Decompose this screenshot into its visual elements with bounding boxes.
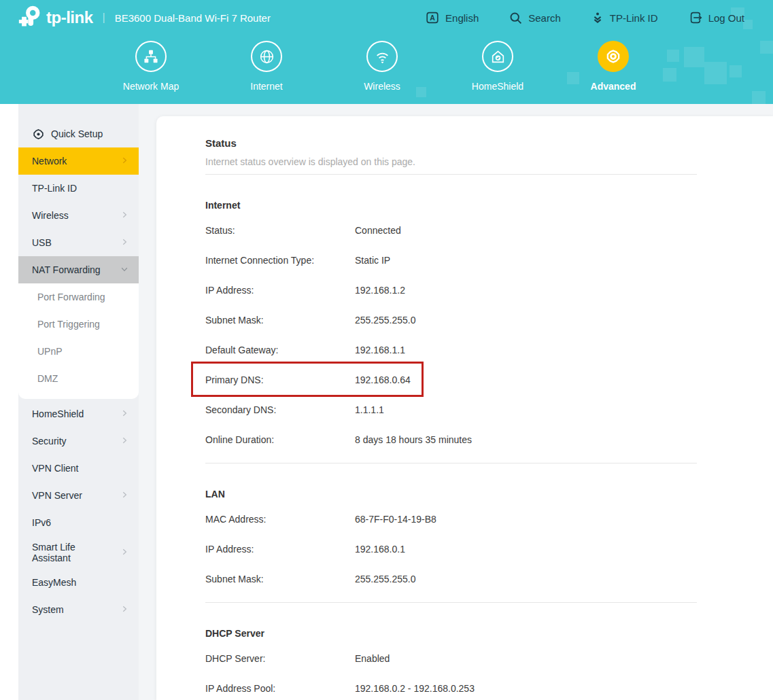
chevron-right-icon <box>120 490 129 502</box>
language-label: English <box>445 12 479 24</box>
status-row: IP Address Pool: 192.168.0.2 - 192.168.0… <box>205 673 697 700</box>
chevron-right-icon <box>120 604 129 616</box>
section-heading-dhcp-server: DHCP Server <box>205 627 697 640</box>
status-row: Subnet Mask: 255.255.255.0 <box>205 564 697 594</box>
nav-network-map[interactable]: Network Map <box>93 41 209 92</box>
status-row: DHCP Server: Enabled <box>205 644 697 673</box>
nav-label: Network Map <box>123 81 179 92</box>
sidebar-item-system[interactable]: System <box>18 596 139 623</box>
row-label: Subnet Mask: <box>205 574 355 584</box>
deco-square <box>684 47 704 67</box>
row-value: 192.168.0.2 - 192.168.0.253 <box>355 683 475 694</box>
row-label: Secondary DNS: <box>205 404 355 415</box>
status-row: IP Address: 192.168.0.1 <box>205 534 697 564</box>
sidebar-item-quick-setup[interactable]: Quick Setup <box>18 120 139 147</box>
sidebar-item-label: VPN Server <box>32 490 82 501</box>
sidebar-item-label: HomeShield <box>32 408 84 419</box>
nav-homeshield[interactable]: HomeShield <box>440 41 555 92</box>
sidebar-subitem-dmz[interactable]: DMZ <box>18 365 139 392</box>
row-value: 8 days 18 hours 35 minutes <box>355 434 472 445</box>
sidebar-item-homeshield[interactable]: HomeShield <box>18 400 139 427</box>
homeshield-icon <box>482 41 513 72</box>
row-label: Internet Connection Type: <box>205 255 355 266</box>
sidebar-item-vpn-server[interactable]: VPN Server <box>18 482 139 509</box>
brand-name: tp-link <box>46 8 93 27</box>
row-value: 1.1.1.1 <box>355 404 384 415</box>
language-icon: A <box>425 10 440 25</box>
row-label: Status: <box>205 225 355 236</box>
nat-forwarding-submenu: Port Forwarding Port Triggering UPnP DMZ <box>18 283 139 399</box>
row-value: 255.255.255.0 <box>355 315 416 326</box>
sidebar-item-security[interactable]: Security <box>18 427 139 455</box>
sidebar-item-smart-life-assistant[interactable]: Smart Life Assistant <box>18 536 139 569</box>
sidebar-subitem-upnp[interactable]: UPnP <box>18 338 139 365</box>
row-value: 255.255.255.0 <box>355 574 416 584</box>
divider <box>205 602 697 603</box>
nav-wireless[interactable]: Wireless <box>324 41 440 92</box>
sidebar-item-tplink-id[interactable]: TP-Link ID <box>18 175 139 202</box>
section-heading-internet: Internet <box>205 199 697 211</box>
nav-label: HomeShield <box>472 81 523 92</box>
sidebar-item-wireless[interactable]: Wireless <box>18 202 139 229</box>
advanced-gear-icon <box>598 41 629 72</box>
nav-label: Wireless <box>364 81 400 92</box>
sidebar-item-label: NAT Forwarding <box>32 264 101 275</box>
sidebar-item-label: Network <box>32 156 67 167</box>
sidebar-item-usb[interactable]: USB <box>18 229 139 256</box>
wireless-icon <box>366 41 398 72</box>
logo-separator: | <box>103 12 105 24</box>
status-row: Subnet Mask: 255.255.255.0 <box>205 305 697 335</box>
deco-square <box>704 62 727 84</box>
status-row: MAC Address: 68-7F-F0-14-19-B8 <box>205 504 697 534</box>
tplink-id-button[interactable]: TP-Link ID <box>591 11 658 24</box>
sidebar-item-network[interactable]: Network <box>18 147 139 175</box>
row-label: Primary DNS: <box>205 374 355 385</box>
sidebar-item-vpn-client[interactable]: VPN Client <box>18 455 139 482</box>
status-row: Status: Connected <box>205 215 697 245</box>
logout-label: Log Out <box>708 12 744 24</box>
row-label: IP Address: <box>205 544 355 555</box>
sidebar: Quick Setup Network TP-Link ID Wireless … <box>18 104 139 700</box>
row-value: Enabled <box>355 653 390 664</box>
row-value: 192.168.0.1 <box>355 544 405 555</box>
nav-internet[interactable]: Internet <box>209 41 324 92</box>
status-row: Online Duration: 8 days 18 hours 35 minu… <box>205 425 697 455</box>
topbar-actions: A English Search <box>425 10 773 25</box>
row-label: IP Address Pool: <box>205 683 355 694</box>
deco-square <box>760 41 773 54</box>
chevron-down-icon <box>120 264 129 276</box>
sidebar-item-label: VPN Client <box>32 463 78 474</box>
main-area: Status Internet status overview is displ… <box>139 104 773 700</box>
page-subtitle: Internet status overview is displayed on… <box>205 156 697 168</box>
tplink-id-label: TP-Link ID <box>610 12 658 24</box>
logout-button[interactable]: Log Out <box>688 10 744 25</box>
tplink-id-icon <box>591 11 604 24</box>
sidebar-subitem-label: Port Forwarding <box>37 292 105 302</box>
chevron-right-icon <box>120 237 129 249</box>
row-label: Online Duration: <box>205 434 355 445</box>
sidebar-subitem-port-forwarding[interactable]: Port Forwarding <box>18 283 139 311</box>
deco-square <box>752 91 766 104</box>
search-label: Search <box>528 12 561 24</box>
topbar: tp-link | BE3600 Dual-Band Wi-Fi 7 Route… <box>0 0 773 35</box>
nav-advanced[interactable]: Advanced <box>555 41 671 92</box>
row-value: Static IP <box>355 255 390 266</box>
language-button[interactable]: A English <box>425 10 479 25</box>
sidebar-subitem-port-triggering[interactable]: Port Triggering <box>18 311 139 338</box>
sidebar-item-label: System <box>32 604 64 615</box>
sidebar-item-nat-forwarding[interactable]: NAT Forwarding <box>18 256 139 283</box>
chevron-right-icon <box>120 547 129 559</box>
status-row-primary-dns: Primary DNS: 192.168.0.64 <box>205 365 697 395</box>
sidebar-item-label: Security <box>32 436 67 447</box>
status-row: Secondary DNS: 1.1.1.1 <box>205 395 697 425</box>
sidebar-item-label: Quick Setup <box>51 128 103 139</box>
sidebar-item-label: EasyMesh <box>32 577 76 588</box>
page-title: Status <box>205 137 697 150</box>
sidebar-item-ipv6[interactable]: IPv6 <box>18 509 139 536</box>
sidebar-item-label: IPv6 <box>32 517 51 528</box>
status-row: Internet Connection Type: Static IP <box>205 245 697 275</box>
search-button[interactable]: Search <box>509 11 561 25</box>
sidebar-item-easymesh[interactable]: EasyMesh <box>18 569 139 596</box>
quick-setup-gear-icon <box>32 128 45 141</box>
chevron-right-icon <box>120 156 129 167</box>
